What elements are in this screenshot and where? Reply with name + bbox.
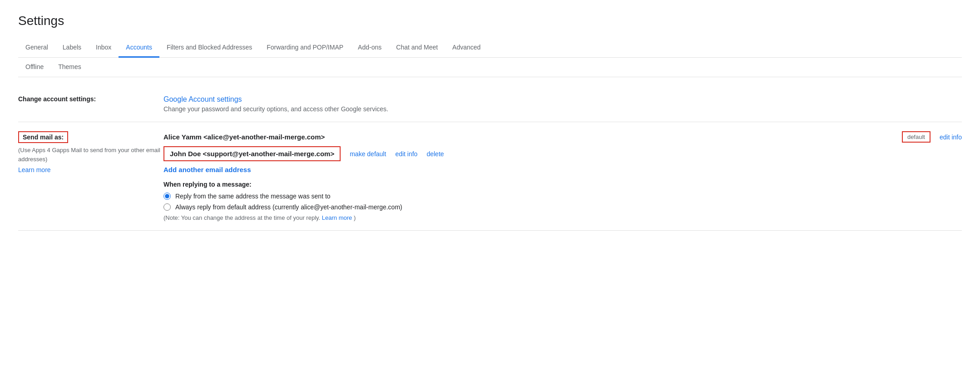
tab-chat[interactable]: Chat and Meet <box>389 38 445 58</box>
tab-accounts[interactable]: Accounts <box>119 38 159 58</box>
reply-option2-label: Always reply from default address (curre… <box>175 203 402 211</box>
email2-make-default-link[interactable]: make default <box>350 150 386 158</box>
email2-row: John Doe <support@yet-another-mail-merge… <box>163 146 962 161</box>
account-description: Change your password and security option… <box>163 105 962 113</box>
change-account-value: Google Account settings Change your pass… <box>163 95 962 113</box>
reply-option2-radio[interactable] <box>163 203 171 211</box>
email2-delete-link[interactable]: delete <box>426 150 444 158</box>
email2-edit-info-link[interactable]: edit info <box>395 150 417 158</box>
tab-forwarding[interactable]: Forwarding and POP/IMAP <box>259 38 351 58</box>
email1-edit-info-link[interactable]: edit info <box>940 134 962 141</box>
email1-row: Alice Yamm <alice@yet-another-mail-merge… <box>163 131 962 143</box>
tab-bar-row1: General Labels Inbox Accounts Filters an… <box>18 38 962 58</box>
reply-note: (Note: You can change the address at the… <box>163 214 962 221</box>
note-text-end: ) <box>354 214 356 221</box>
change-account-row: Change account settings: Google Account … <box>18 86 962 122</box>
send-mail-learn-more-link[interactable]: Learn more <box>18 166 51 173</box>
tab-labels[interactable]: Labels <box>55 38 89 58</box>
tab-general[interactable]: General <box>18 38 55 58</box>
tab-offline[interactable]: Offline <box>18 58 51 77</box>
note-text-start: (Note: You can change the address at the… <box>163 214 320 221</box>
reply-option1-radio[interactable] <box>163 193 171 200</box>
default-badge: default <box>902 131 931 143</box>
tab-bar-row2: Offline Themes <box>18 58 962 77</box>
add-email-link[interactable]: Add another email address <box>163 166 962 173</box>
page-title: Settings <box>18 14 962 28</box>
tab-inbox[interactable]: Inbox <box>89 38 119 58</box>
send-mail-as-label: Send mail as: <box>18 131 68 143</box>
reply-heading: When replying to a message: <box>163 181 962 188</box>
tab-filters[interactable]: Filters and Blocked Addresses <box>159 38 259 58</box>
tab-advanced[interactable]: Advanced <box>445 38 488 58</box>
google-account-settings-link[interactable]: Google Account settings <box>163 95 242 103</box>
send-mail-value: Alice Yamm <alice@yet-another-mail-merge… <box>163 131 962 221</box>
settings-page: Settings General Labels Inbox Accounts F… <box>0 0 980 376</box>
reply-option1-row: Reply from the same address the message … <box>163 193 962 200</box>
settings-content: Change account settings: Google Account … <box>18 77 962 231</box>
send-mail-as-row: Send mail as: (Use Apps 4 Gapps Mail to … <box>18 122 962 231</box>
reply-learn-more-link[interactable]: Learn more <box>322 214 352 221</box>
send-mail-label-wrapper: Send mail as: (Use Apps 4 Gapps Mail to … <box>18 131 163 173</box>
email2-address: John Doe <support@yet-another-mail-merge… <box>163 146 341 161</box>
email1-address: Alice Yamm <alice@yet-another-mail-merge… <box>163 133 893 141</box>
change-account-label: Change account settings: <box>18 95 163 103</box>
tab-themes[interactable]: Themes <box>51 58 89 77</box>
reply-option2-row: Always reply from default address (curre… <box>163 203 962 211</box>
tab-addons[interactable]: Add-ons <box>351 38 389 58</box>
send-mail-sub-text: (Use Apps 4 Gapps Mail to send from your… <box>18 146 163 163</box>
reply-option1-label: Reply from the same address the message … <box>175 193 331 200</box>
